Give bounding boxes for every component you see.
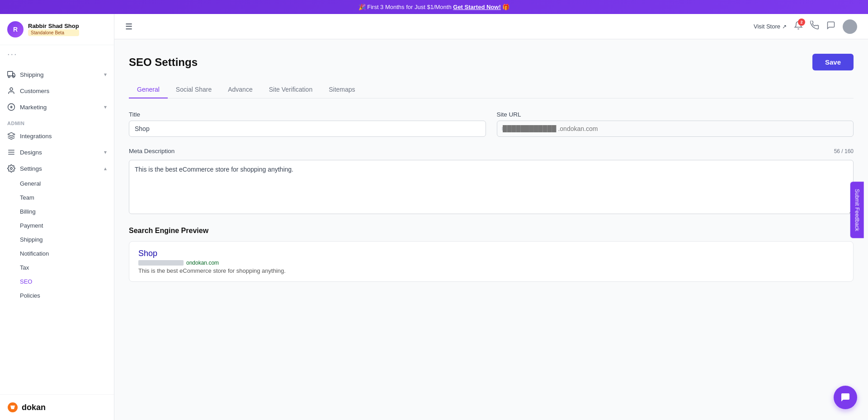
dokan-logo-text: dokan (22, 403, 46, 412)
marketing-chevron: ▾ (104, 104, 107, 110)
customers-icon (7, 87, 15, 95)
sidebar-item-customers[interactable]: Customers (0, 83, 114, 99)
shipping-label: Shipping (20, 71, 99, 78)
tab-social-share[interactable]: Social Share (168, 81, 220, 98)
marketing-label: Marketing (20, 104, 99, 111)
sub-nav-billing[interactable]: Billing (0, 205, 114, 219)
feedback-label: Submit Feedback (854, 189, 860, 231)
chat-icon-button[interactable] (826, 21, 835, 32)
sidebar-item-settings[interactable]: Settings ▴ (0, 160, 114, 177)
settings-chevron: ▴ (104, 165, 107, 172)
banner-text: 🎉 First 3 Months for Just $1/Month (359, 4, 452, 10)
seo-preview-link[interactable]: Shop (138, 249, 844, 258)
sidebar-item-shipping[interactable]: Shipping ▾ (0, 66, 114, 83)
dokan-logo-icon (7, 402, 18, 413)
shipping-icon (7, 70, 15, 79)
feedback-tab[interactable]: Submit Feedback (850, 182, 863, 238)
sub-nav-seo[interactable]: SEO (0, 275, 114, 289)
site-url-group: Site URL (497, 111, 854, 137)
tabs-bar: General Social Share Advance Site Verifi… (129, 81, 854, 98)
svg-point-2 (13, 76, 14, 78)
admin-section-title: ADMIN (0, 115, 114, 128)
meta-desc-label: Meta Description (129, 148, 175, 154)
top-banner: 🎉 First 3 Months for Just $1/Month Get S… (0, 0, 868, 14)
svg-rect-0 (8, 71, 13, 76)
designs-label: Designs (20, 149, 99, 156)
main-header: ☰ Visit Store ↗ 2 (114, 14, 868, 39)
title-label: Title (129, 111, 486, 118)
title-input[interactable] (129, 121, 486, 137)
svg-point-1 (8, 76, 10, 78)
url-blur (138, 260, 184, 266)
seo-preview-domain: ondokan.com (186, 260, 219, 266)
integrations-icon (7, 132, 15, 140)
hamburger-icon[interactable]: ☰ (125, 22, 132, 32)
visit-store-label: Visit Store (754, 23, 780, 30)
sub-nav-payment[interactable]: Payment (0, 219, 114, 233)
brand-header: R Rabbir Shad Shop Standalone Beta (0, 14, 114, 45)
seo-preview-desc: This is the best eCommerce store for sho… (138, 267, 844, 274)
site-url-label: Site URL (497, 111, 854, 118)
brand-avatar: R (7, 21, 24, 37)
seo-preview-box: Shop ondokan.com This is the best eComme… (129, 241, 854, 282)
seo-preview-section: Search Engine Preview Shop ondokan.com T… (129, 227, 854, 282)
sidebar-dots: ··· (0, 45, 114, 63)
banner-emoji: 🎁 (502, 4, 509, 10)
tab-general[interactable]: General (129, 81, 168, 98)
form-row-title-url: Title Site URL (129, 111, 854, 137)
sub-nav-policies[interactable]: Policies (0, 289, 114, 303)
sidebar-nav: Shipping ▾ Customers Marketing ▾ ADMIN (0, 63, 114, 394)
page-header: SEO Settings Save (129, 54, 854, 70)
sub-nav-general[interactable]: General (0, 177, 114, 191)
meta-desc-group: Meta Description 56 / 160 This is the be… (129, 148, 854, 214)
svg-point-11 (14, 410, 15, 411)
sub-nav-tax[interactable]: Tax (0, 261, 114, 275)
designs-icon (7, 148, 15, 156)
page-title: SEO Settings (129, 56, 198, 69)
tab-site-verification[interactable]: Site Verification (261, 81, 321, 98)
char-count: 56 / 160 (834, 148, 854, 154)
visit-store-button[interactable]: Visit Store ↗ (754, 23, 787, 30)
settings-label: Settings (20, 165, 99, 172)
notifications-button[interactable]: 2 (794, 21, 803, 32)
meta-desc-textarea[interactable]: This is the best eCommerce store for sho… (129, 160, 854, 214)
chat-bubble-icon (840, 392, 851, 403)
brand-name: Rabbir Shad Shop (28, 23, 79, 29)
sidebar-item-integrations[interactable]: Integrations (0, 128, 114, 144)
main-content: SEO Settings Save General Social Share A… (114, 39, 868, 420)
shipping-chevron: ▾ (104, 71, 107, 78)
site-url-input (497, 121, 854, 137)
banner-cta[interactable]: Get Started Now! (453, 4, 500, 10)
seo-preview-title: Search Engine Preview (129, 227, 854, 235)
designs-chevron: ▾ (104, 149, 107, 155)
integrations-label: Integrations (20, 133, 107, 140)
sub-nav-team[interactable]: Team (0, 191, 114, 205)
customers-label: Customers (20, 88, 107, 94)
phone-icon (810, 21, 819, 30)
tab-advance[interactable]: Advance (220, 81, 260, 98)
sidebar-item-designs[interactable]: Designs ▾ (0, 144, 114, 160)
phone-icon-button[interactable] (810, 21, 819, 32)
tab-sitemaps[interactable]: Sitemaps (321, 81, 363, 98)
sidebar-footer: dokan (0, 394, 114, 420)
marketing-icon (7, 103, 15, 111)
chat-bubble-button[interactable] (834, 386, 857, 409)
seo-preview-url: ondokan.com (138, 260, 844, 266)
sub-nav-shipping[interactable]: Shipping (0, 233, 114, 247)
settings-icon (7, 164, 15, 173)
svg-point-10 (11, 410, 13, 411)
sidebar-item-marketing[interactable]: Marketing ▾ (0, 99, 114, 115)
svg-point-3 (10, 88, 13, 90)
save-button[interactable]: Save (812, 54, 854, 70)
svg-point-8 (10, 168, 13, 170)
title-group: Title (129, 111, 486, 137)
sidebar: R Rabbir Shad Shop Standalone Beta ··· S… (0, 14, 114, 420)
notification-badge: 2 (798, 19, 805, 26)
external-link-icon: ↗ (782, 23, 787, 30)
user-avatar[interactable] (843, 19, 857, 34)
brand-badge: Standalone Beta (28, 29, 79, 36)
sub-nav-notification[interactable]: Notification (0, 247, 114, 261)
chat-icon (826, 21, 835, 30)
meta-desc-header: Meta Description 56 / 160 (129, 148, 854, 154)
